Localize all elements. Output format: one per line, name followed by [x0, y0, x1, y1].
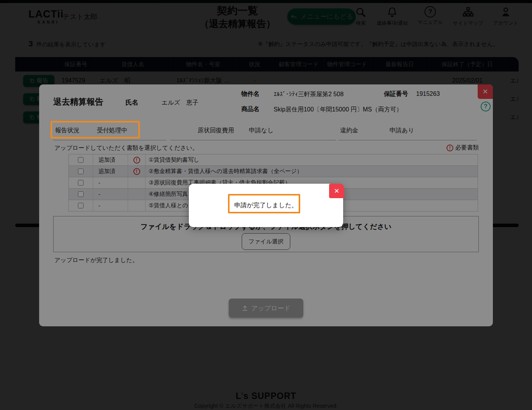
completion-dialog: ✕ 申請が完了しました。 [189, 184, 343, 227]
app-root: LACTii KANRI テスト太郎 契約一覧 （退去精算報告） メニューにもど… [0, 0, 532, 410]
completion-dialog-close-button[interactable]: ✕ [329, 184, 344, 198]
completion-message: 申請が完了しました。 [234, 201, 298, 210]
